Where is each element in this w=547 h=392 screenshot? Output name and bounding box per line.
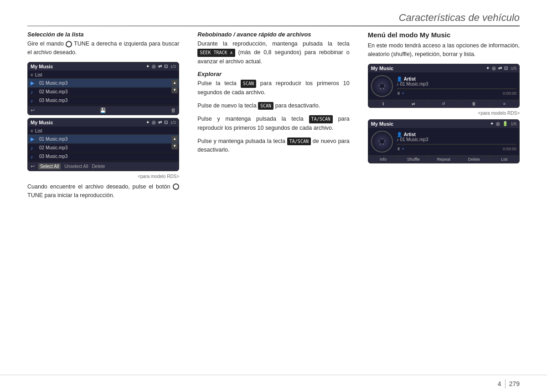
seek-track-badge: SEEK TRACK ∧ <box>197 49 235 57</box>
col-left: Selección de la lista Gire el mando TUNE… <box>27 31 188 370</box>
player-info-2: 👤 Artist ♪ 01 Music.mp3 ⏸ • 0:00:00 <box>397 132 516 151</box>
col-mid: Rebobinado / avance rápido de archivos D… <box>188 31 358 370</box>
usb-icon-right-1: ⊡ <box>504 66 508 71</box>
delete-icon-1[interactable]: 🗑 <box>171 107 176 113</box>
menu-repeat-icon-1[interactable]: ↺ <box>429 100 459 107</box>
scan-badge-2: SCAN <box>258 102 274 110</box>
battery-icon-right-2: 🔋 <box>502 121 508 126</box>
dot-icon-2: • <box>403 147 404 151</box>
menu-info-icon-1[interactable]: ℹ <box>368 100 398 107</box>
scan-badge-1: SCAN <box>241 80 256 88</box>
tune-icon-2 <box>173 183 179 190</box>
bluetooth-icon-right-1: ✦ <box>486 66 490 71</box>
screen-bottom-2: ↩ Select All Unselect All Delete <box>28 162 179 171</box>
signal-icon-2: ◎ <box>152 120 156 125</box>
list-row-1: ▶ 01 Music.mp3 <box>28 79 179 88</box>
main-content: Selección de la lista Gire el mando TUNE… <box>27 31 520 370</box>
screen-header-2: My Music ✦ ◎ ⇄ ⊡ 1/2 <box>28 118 179 127</box>
screen-icons-2: ✦ ◎ ⇄ ⊡ <box>146 120 168 125</box>
section-title-right-1: Menú del modo My Music <box>368 31 520 39</box>
list-row-4: ▶ 01 Music.mp3 <box>28 135 179 144</box>
body-left-2: Cuando encuentre el archivo deseado, pul… <box>27 183 179 200</box>
person-icon-1: 👤 <box>397 76 402 81</box>
tune-icon-1 <box>66 41 72 47</box>
note-icon-3: ♪ <box>31 145 37 151</box>
album-art-2 <box>371 131 393 153</box>
screen-icons-right-2: ✦ ◎ 🔋 <box>490 121 508 126</box>
list-row-5: ♪ 02 Music.mp3 <box>28 144 179 153</box>
connect-icon-right-1: ⇄ <box>498 66 502 71</box>
signal-icon-right-2: ◎ <box>496 121 500 126</box>
menu-info-label-2[interactable]: Info <box>368 156 398 163</box>
menu-delete-icon-1[interactable]: 🗑 <box>459 100 489 107</box>
note-icon-4: ♪ <box>31 154 37 159</box>
delete-button[interactable]: Delete <box>92 164 105 169</box>
player-controls-2: ⏸ • <box>397 147 404 151</box>
scroll-up-2[interactable]: ▲ <box>171 136 178 142</box>
screen-counter-2: 1/2 <box>170 120 176 125</box>
save-icon-1[interactable]: 💾 <box>100 107 106 113</box>
screen-body-1: ≡ List ▶ 01 Music.mp3 ♪ 02 Music.mp3 ♪ 0… <box>28 71 179 106</box>
screen-right-2: My Music ✦ ◎ 🔋 1/5 👤 Artist <box>368 119 520 163</box>
progress-bar-2 <box>397 144 516 145</box>
body-mid-5: Pulse y mantenga pulsada la tecla TA/SCA… <box>197 137 349 155</box>
note-icon-2: ♪ <box>31 98 37 103</box>
back-icon-2[interactable]: ↩ <box>31 163 35 169</box>
screen-icons-1: ✦ ◎ ⇄ ⊡ <box>146 64 168 69</box>
scroll-down-1[interactable]: ▼ <box>171 87 178 93</box>
tascan-badge-1: TA/SCAN <box>309 115 333 123</box>
screen-player-body-2: 👤 Artist ♪ 01 Music.mp3 ⏸ • 0:00:00 <box>368 128 519 155</box>
play-icon-2: ▶ <box>31 136 37 142</box>
pause-icon-2[interactable]: ⏸ <box>397 147 401 151</box>
menu-repeat-label-2[interactable]: Repeat <box>429 156 459 163</box>
artist-label-1: Artist <box>404 76 416 81</box>
list-icon-1: ≡ <box>31 72 33 77</box>
progress-bar-1 <box>397 88 516 89</box>
body-mid-4: Pulse y mantenga pulsada la tecla TA/SCA… <box>197 115 349 132</box>
menu-list-label-2[interactable]: List <box>490 156 519 163</box>
screen-left-1: My Music ✦ ◎ ⇄ ⊡ 1/2 ≡ List ▶ 01 Music <box>27 62 179 115</box>
back-icon-1[interactable]: ↩ <box>31 107 35 113</box>
track-text-6: 03 Music.mp3 <box>39 154 176 159</box>
list-row-3: ♪ 03 Music.mp3 <box>28 97 179 105</box>
screen-player-body-1: 👤 Artist ♪ 01 Music.mp3 ⏸ • 0:00:00 <box>368 72 519 100</box>
screen-bottom-1: ↩ 💾 🗑 <box>28 106 179 115</box>
page-header: Características de vehículo <box>0 0 547 26</box>
scroll-down-2[interactable]: ▼ <box>171 143 178 149</box>
tascan-badge-2: TA/SCAN <box>287 137 311 146</box>
track-text-3: 03 Music.mp3 <box>39 98 176 103</box>
screen-app-title-right-2: My Music <box>371 121 488 127</box>
bluetooth-icon-right-2: ✦ <box>490 121 494 126</box>
list-icon-2: ≡ <box>31 128 33 133</box>
scroll-up-1[interactable]: ▲ <box>171 80 178 86</box>
caption-left: <para modelo RDS> <box>27 174 179 179</box>
footer-section: 4 <box>498 380 501 387</box>
body-right-1: En este modo tendrá acceso a las opcione… <box>368 41 520 59</box>
menu-shuffle-label-2[interactable]: Shuffle <box>398 156 428 163</box>
pause-icon-1[interactable]: ⏸ <box>397 91 401 96</box>
select-all-button[interactable]: Select All <box>38 163 61 169</box>
screen-menu-bar-2: Info Shuffle Repeat Delete List <box>368 155 519 163</box>
section-title-left-1: Selección de la lista <box>27 31 179 38</box>
header-line <box>27 25 520 26</box>
footer-page: 279 <box>509 380 520 387</box>
menu-delete-label-2[interactable]: Delete <box>459 156 489 163</box>
track-text-4: 01 Music.mp3 <box>39 137 176 142</box>
screen-header-right-2: My Music ✦ ◎ 🔋 1/5 <box>368 120 519 128</box>
screen-body-2: ≡ List ▶ 01 Music.mp3 ♪ 02 Music.mp3 ♪ 0… <box>28 127 179 162</box>
screen-menu-bar-1: ℹ ⇄ ↺ 🗑 ≡ <box>368 100 519 107</box>
signal-icon-1: ◎ <box>152 64 156 69</box>
col-right: Menú del modo My Music En este modo tend… <box>359 31 520 370</box>
menu-list-icon-1[interactable]: ≡ <box>490 100 519 107</box>
list-label-2: List <box>35 128 176 133</box>
unselect-all-button[interactable]: Unselect All <box>64 164 88 169</box>
screen-left-2: My Music ✦ ◎ ⇄ ⊡ 1/2 ≡ List ▶ 01 Music <box>27 118 179 171</box>
screen-header-1: My Music ✦ ◎ ⇄ ⊡ 1/2 <box>28 62 179 71</box>
note-icon-1: ♪ <box>31 89 37 95</box>
connect-icon-2: ⇄ <box>158 120 162 125</box>
screen-right-1: My Music ✦ ◎ ⇄ ⊡ 1/5 👤 <box>368 64 520 108</box>
caption-right: <para modelo RDS> <box>368 111 520 116</box>
list-row-6: ♪ 03 Music.mp3 <box>28 153 179 161</box>
list-label-1: List <box>35 72 176 77</box>
menu-shuffle-icon-1[interactable]: ⇄ <box>398 100 428 107</box>
